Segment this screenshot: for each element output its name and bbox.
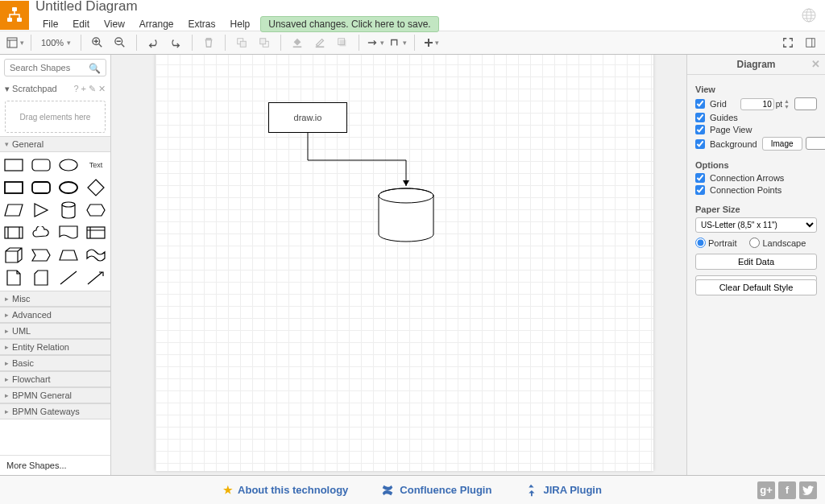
- shape-text[interactable]: Text: [85, 156, 106, 174]
- section-uml[interactable]: ▸UML: [0, 323, 110, 339]
- section-misc[interactable]: ▸Misc: [0, 291, 110, 307]
- svg-rect-16: [806, 39, 815, 48]
- to-back-icon[interactable]: [255, 33, 274, 52]
- format-panel-icon[interactable]: [801, 33, 820, 52]
- section-bpmn-gateways[interactable]: ▸BPMN Gateways: [0, 403, 110, 419]
- shadow-icon[interactable]: [333, 33, 352, 52]
- papersize-select[interactable]: US-Letter (8,5" x 11"): [695, 217, 817, 233]
- canvas-page[interactable]: draw.io: [155, 55, 653, 471]
- search-icon[interactable]: 🔍: [89, 63, 101, 74]
- canvas-node-rect[interactable]: draw.io: [268, 102, 347, 133]
- shape-line[interactable]: [58, 269, 79, 287]
- canvas-connector[interactable]: [307, 133, 412, 191]
- shape-note[interactable]: [3, 269, 24, 287]
- scratchpad-edit-icon[interactable]: ✎: [89, 84, 96, 94]
- shape-cylinder[interactable]: [58, 201, 79, 219]
- zoom-level[interactable]: 100%: [38, 38, 74, 48]
- shape-ellipse[interactable]: [58, 156, 79, 174]
- shape-hexagon[interactable]: [85, 201, 106, 219]
- confluence-icon: [380, 483, 395, 498]
- confluence-link[interactable]: Confluence Plugin: [380, 483, 491, 498]
- document-title[interactable]: Untitled Diagram: [35, 0, 801, 14]
- menu-view[interactable]: View: [97, 17, 132, 31]
- section-flowchart[interactable]: ▸Flowchart: [0, 371, 110, 387]
- section-general[interactable]: ▾General: [0, 136, 110, 152]
- delete-icon[interactable]: [199, 33, 218, 52]
- shape-trapezoid[interactable]: [58, 246, 79, 264]
- guides-checkbox[interactable]: [695, 113, 705, 122]
- canvas-node-cylinder[interactable]: [377, 188, 435, 244]
- shape-rounded-rect-2[interactable]: [31, 179, 52, 196]
- shape-cloud[interactable]: [31, 224, 52, 242]
- conn-arrows-checkbox[interactable]: [695, 173, 705, 183]
- scratchpad-add-icon[interactable]: +: [81, 84, 86, 94]
- shape-tape[interactable]: [85, 246, 106, 264]
- shape-process[interactable]: [3, 224, 24, 242]
- insert-icon[interactable]: [421, 33, 441, 52]
- shape-parallelogram[interactable]: [3, 201, 24, 219]
- shape-internal-storage[interactable]: [85, 224, 106, 242]
- background-image-button[interactable]: Image: [762, 137, 802, 151]
- shape-ellipse-2[interactable]: [58, 179, 79, 196]
- landscape-radio[interactable]: [749, 238, 760, 248]
- shape-rectangle-2[interactable]: [3, 179, 24, 196]
- section-advanced[interactable]: ▸Advanced: [0, 307, 110, 323]
- menu-file[interactable]: File: [35, 17, 65, 31]
- svg-point-22: [60, 182, 77, 193]
- background-color-swatch[interactable]: [806, 137, 825, 150]
- canvas[interactable]: draw.io: [111, 55, 686, 475]
- close-icon[interactable]: ✕: [811, 58, 820, 70]
- line-color-icon[interactable]: [310, 33, 330, 52]
- conn-points-checkbox[interactable]: [695, 185, 705, 195]
- waypoints-icon[interactable]: [388, 33, 408, 52]
- undo-icon[interactable]: [143, 33, 163, 52]
- shape-rectangle[interactable]: [3, 156, 24, 174]
- twitter-icon[interactable]: [799, 481, 817, 499]
- grid-step-down-icon[interactable]: ▼: [784, 104, 790, 109]
- edit-data-button[interactable]: Edit Data: [695, 254, 817, 270]
- shape-diamond[interactable]: [85, 179, 106, 196]
- menu-extras[interactable]: Extras: [181, 17, 223, 31]
- menu-arrange[interactable]: Arrange: [132, 17, 181, 31]
- shape-card[interactable]: [31, 269, 52, 287]
- googleplus-icon[interactable]: g+: [757, 481, 775, 499]
- shape-step[interactable]: [31, 246, 52, 264]
- fullscreen-icon[interactable]: [778, 33, 798, 52]
- section-basic[interactable]: ▸Basic: [0, 355, 110, 371]
- portrait-radio[interactable]: [695, 238, 706, 248]
- shape-triangle[interactable]: [31, 201, 52, 219]
- grid-checkbox[interactable]: [695, 99, 705, 109]
- grid-step-up-icon[interactable]: ▲: [784, 98, 790, 104]
- shape-arrow[interactable]: [85, 269, 106, 287]
- save-banner[interactable]: Unsaved changes. Click here to save.: [260, 16, 438, 32]
- grid-size-input[interactable]: [740, 98, 774, 110]
- facebook-icon[interactable]: f: [778, 481, 796, 499]
- more-shapes-link[interactable]: More Shapes...: [0, 455, 110, 475]
- section-bpmn-general[interactable]: ▸BPMN General: [0, 387, 110, 403]
- language-icon[interactable]: [801, 7, 817, 23]
- redo-icon[interactable]: [166, 33, 185, 52]
- background-checkbox[interactable]: [695, 139, 705, 149]
- menu-help[interactable]: Help: [223, 17, 258, 31]
- menu-edit[interactable]: Edit: [65, 17, 97, 31]
- shape-cube[interactable]: [3, 246, 24, 264]
- zoom-in-icon[interactable]: [88, 33, 107, 52]
- star-icon: ★: [223, 484, 233, 496]
- clear-style-button[interactable]: Clear Default Style: [695, 279, 817, 295]
- shape-document[interactable]: [58, 224, 79, 242]
- shape-rounded-rect[interactable]: [31, 156, 52, 174]
- scratchpad-help-icon[interactable]: ?: [73, 84, 78, 94]
- about-link[interactable]: ★ About this technology: [223, 484, 348, 496]
- grid-color-swatch[interactable]: [794, 97, 817, 110]
- separator: [225, 35, 226, 51]
- jira-link[interactable]: JIRA Plugin: [524, 483, 601, 498]
- to-front-icon[interactable]: [232, 33, 251, 52]
- connection-style-icon[interactable]: [366, 33, 385, 52]
- view-mode-button[interactable]: [5, 33, 24, 52]
- scratchpad-drop[interactable]: Drag elements here: [5, 101, 106, 133]
- pageview-checkbox[interactable]: [695, 125, 705, 134]
- section-entity[interactable]: ▸Entity Relation: [0, 339, 110, 355]
- scratchpad-close-icon[interactable]: ✕: [98, 84, 106, 94]
- zoom-out-icon[interactable]: [110, 33, 130, 52]
- fill-color-icon[interactable]: [288, 33, 307, 52]
